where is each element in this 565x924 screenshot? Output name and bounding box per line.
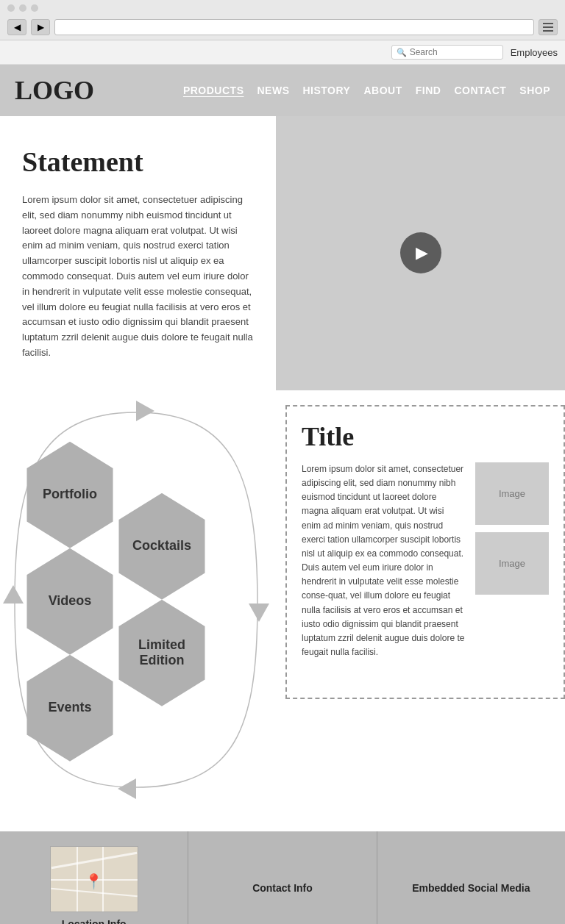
hex-events[interactable]: Events	[22, 655, 118, 762]
browser-dot-2	[19, 4, 26, 12]
hex-cocktails[interactable]: Cocktails	[114, 493, 210, 600]
nav-contact[interactable]: CONTACT	[454, 82, 506, 99]
hex-shape-videos: Videos	[22, 548, 118, 655]
hex-portfolio[interactable]: Portfolio	[22, 442, 118, 548]
map-pin: 📍	[85, 873, 103, 890]
map-thumbnail: 📍	[50, 846, 138, 912]
nav-about[interactable]: ABOUT	[363, 82, 402, 99]
hex-outer-section: Portfolio Cocktails Videos LimitedEditio…	[0, 390, 565, 831]
logo: LOGO	[15, 75, 94, 106]
footer-social-media: Embedded Social Media	[377, 831, 565, 924]
hero-title: Statement	[22, 146, 254, 178]
content-image-1: Image	[475, 462, 549, 525]
social-media-label: Embedded Social Media	[412, 882, 530, 894]
content-panel-title: Title	[302, 421, 549, 452]
hex-videos[interactable]: Videos	[22, 548, 118, 655]
main-nav: PRODUCTS NEWS HISTORY ABOUT FIND CONTACT…	[183, 82, 550, 99]
nav-find[interactable]: FIND	[416, 82, 441, 99]
nav-history[interactable]: HISTORY	[302, 82, 350, 99]
hero-section: Statement Lorem ipsum dolor sit amet, co…	[0, 116, 565, 390]
browser-chrome: ◀ ▶	[0, 0, 565, 40]
contact-info-label: Contact Info	[252, 882, 313, 894]
search-box: 🔍	[391, 45, 503, 60]
footer-info-section: 📍 Location Info Contact Info Embedded So…	[0, 831, 565, 924]
location-info-label: Location Info	[62, 918, 127, 924]
browser-titlebar	[0, 0, 565, 16]
nav-shop[interactable]: SHOP	[519, 82, 550, 99]
svg-marker-2	[118, 778, 136, 799]
content-panel-images: Image Image	[475, 462, 549, 660]
content-panel[interactable]: Title Lorem ipsum dolor sit amet, consec…	[285, 405, 565, 699]
content-image-2: Image	[475, 532, 549, 595]
svg-marker-1	[249, 604, 269, 622]
hero-body: Lorem ipsum dolor sit amet, consectetuer…	[22, 193, 254, 361]
menu-line	[543, 23, 553, 24]
hex-shape-portfolio: Portfolio	[22, 442, 118, 548]
menu-line	[543, 26, 553, 28]
hex-label-events: Events	[40, 692, 99, 723]
hex-limited-edition[interactable]: LimitedEdition	[114, 600, 210, 706]
forward-button[interactable]: ▶	[31, 19, 50, 35]
hex-shape-cocktails: Cocktails	[114, 493, 210, 600]
hex-shape-limited-edition: LimitedEdition	[114, 600, 210, 706]
hex-label-cocktails: Cocktails	[125, 531, 199, 562]
nav-news[interactable]: NEWS	[257, 82, 289, 99]
nav-products[interactable]: PRODUCTS	[183, 82, 244, 99]
toolbar: 🔍 Employees	[0, 40, 565, 65]
address-bar[interactable]	[54, 19, 534, 35]
content-panel-text: Lorem ipsum dolor sit amet, consectetuer…	[302, 462, 465, 660]
search-input[interactable]	[410, 47, 498, 57]
play-icon: ▶	[416, 243, 428, 262]
site-header: LOGO PRODUCTS NEWS HISTORY ABOUT FIND CO…	[0, 65, 565, 116]
svg-marker-3	[3, 585, 24, 604]
svg-marker-0	[136, 401, 154, 421]
hex-label-videos: Videos	[41, 586, 99, 617]
hero-text: Statement Lorem ipsum dolor sit amet, co…	[0, 116, 276, 390]
browser-menu-button[interactable]	[539, 19, 558, 35]
footer-contact-info: Contact Info	[188, 831, 377, 924]
browser-dot-3	[31, 4, 38, 12]
back-button[interactable]: ◀	[7, 19, 26, 35]
play-button[interactable]: ▶	[400, 232, 441, 273]
footer-location-info: 📍 Location Info	[0, 831, 188, 924]
employees-link[interactable]: Employees	[511, 47, 558, 58]
hex-label-portfolio: Portfolio	[35, 479, 104, 510]
hero-video: ▶	[276, 116, 565, 390]
hex-shape-events: Events	[22, 655, 118, 762]
menu-line	[543, 30, 553, 32]
search-icon: 🔍	[397, 48, 407, 57]
content-panel-inner: Lorem ipsum dolor sit amet, consectetuer…	[302, 462, 549, 660]
browser-controls: ◀ ▶	[0, 16, 565, 40]
hex-label-limited-edition: LimitedEdition	[131, 630, 193, 676]
browser-dot-1	[7, 4, 15, 12]
